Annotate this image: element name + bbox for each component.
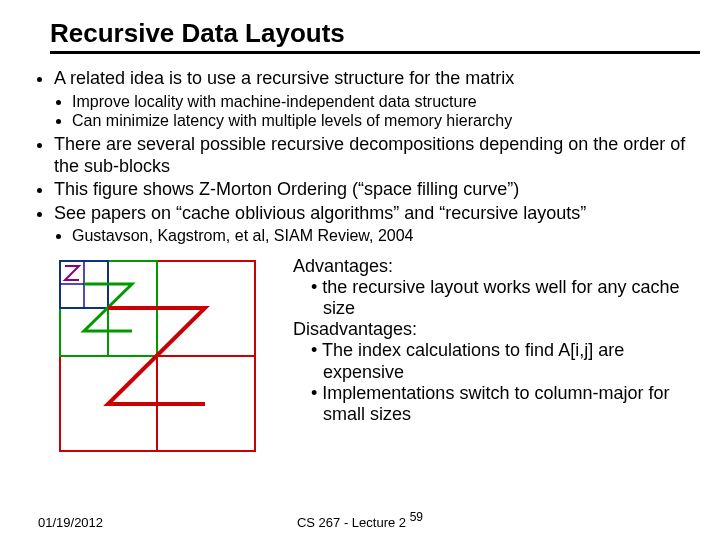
disadvantages-heading: Disadvantages:: [293, 319, 692, 340]
bullet-4: See papers on “cache oblivious algorithm…: [54, 203, 692, 225]
bullet-1b: Can minimize latency with multiple level…: [72, 111, 692, 130]
footer-course: CS 267 - Lecture 2: [297, 515, 406, 530]
z-morton-figure: [55, 256, 265, 456]
bullet-1a: Improve locality with machine-independen…: [72, 92, 692, 111]
content-area: A related idea is to use a recursive str…: [0, 54, 720, 246]
advantages-block: Advantages: the recursive layout works w…: [293, 256, 692, 456]
advantages-heading: Advantages:: [293, 256, 692, 277]
footer-page: 59: [410, 510, 423, 524]
disadvantage-2: Implementations switch to column-major f…: [323, 383, 692, 425]
disadvantage-1: The index calculations to find A[i,j] ar…: [323, 340, 692, 382]
advantage-1: the recursive layout works well for any …: [323, 277, 692, 319]
bullet-3: This figure shows Z-Morton Ordering (“sp…: [54, 179, 692, 201]
footer-date: 01/19/2012: [38, 515, 103, 530]
footer-center: CS 267 - Lecture 2 59: [297, 515, 423, 530]
bullet-1: A related idea is to use a recursive str…: [54, 68, 692, 90]
slide-title: Recursive Data Layouts: [50, 18, 345, 49]
bullet-4a: Gustavson, Kagstrom, et al, SIAM Review,…: [72, 226, 692, 245]
bullet-2: There are several possible recursive dec…: [54, 134, 692, 177]
